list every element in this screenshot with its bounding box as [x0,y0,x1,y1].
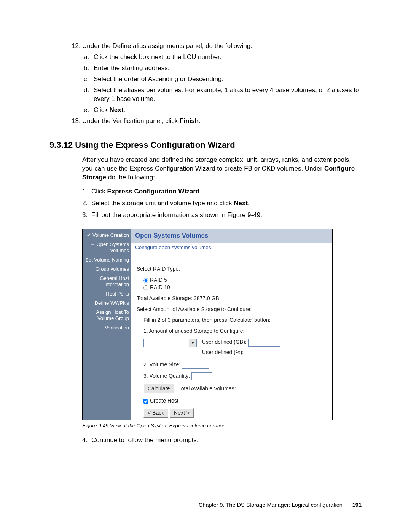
user-defined-pct-label: User defined (%): [202,349,244,355]
step-12-text: Under the Define alias assignments panel… [82,42,252,51]
volume-quantity-input[interactable] [191,372,212,380]
total-storage-label: Total Available Storage: 3877.0 GB [137,295,327,302]
figure-9-49: Volume Creation Open Systems Volumes Set… [82,229,333,420]
page-footer: Chapter 9. The DS Storage Manager: Logic… [199,502,362,509]
fill-hint-label: Fill in 2 of 3 parameters, then press 'C… [143,316,327,324]
volume-size-input[interactable] [182,361,209,369]
step-13: 13. Under the Verification panel, click … [72,117,362,126]
total-volumes-label: Total Available Volumes: [178,385,236,391]
footer-page-number: 191 [352,502,362,508]
sidebar-step-group-volumes: Group volumes [85,266,129,272]
back-button[interactable]: < Back [143,408,168,418]
step-4: 4. Continue to follow the menu prompts. [82,436,362,445]
wizard-subtitle: Configure open systems volumes. [131,242,332,253]
create-host-option[interactable]: Create Host [143,397,327,404]
user-defined-gb-label: User defined (GB): [202,339,247,345]
step-12d-text: Select the aliases per volumes. For exam… [94,86,362,104]
step-12e-text: Click Next. [94,106,125,115]
step-12a-num: a. [84,53,94,62]
raid-5-radio[interactable] [143,278,148,283]
unused-storage-select[interactable]: ▼ [143,339,197,347]
step-12b-num: b. [84,64,94,73]
param-1-label: 1. Amount of unused Storage to Configure… [143,328,327,335]
sidebar-step-volume-creation: Volume Creation [85,232,129,238]
raid-10-option[interactable]: RAID 10 [143,284,327,291]
param-2-label: 2. Volume Size: [143,361,180,367]
calculate-button[interactable]: Calculate [143,384,174,393]
select-amount-label: Select Amount of Available Storage to Co… [137,306,327,313]
step-1-text: Click Express Configuration Wizard. [91,187,201,196]
step-12: 12. Under the Define alias assignments p… [72,42,362,115]
user-defined-pct-input[interactable] [245,349,277,356]
step-12a-text: Click the check box next to the LCU numb… [94,53,221,62]
user-defined-gb-input[interactable] [248,339,280,347]
wizard-title: Open Systems Volumes [131,229,332,242]
step-13-text: Under the Verification panel, click Fini… [82,117,201,126]
step-4-text: Continue to follow the menu prompts. [91,436,199,445]
step-12b-text: Enter the starting address. [94,64,169,73]
wizard-sidebar: Volume Creation Open Systems Volumes Set… [83,229,131,420]
sidebar-step-define-wwpns: Define WWPNs [85,300,129,306]
step-12-num: 12. [72,42,82,51]
raid-10-radio[interactable] [143,285,148,290]
steps-list: 1. Click Express Configuration Wizard. 2… [82,187,362,220]
sidebar-step-assign-host: Assign Host To Volume Group [85,309,129,322]
step-2-text: Select the storage unit and volume type … [91,199,250,208]
sidebar-step-host-ports: Host Ports [85,291,129,297]
chevron-down-icon[interactable]: ▼ [189,339,196,347]
step-12e-num: e. [84,106,94,115]
intro-paragraph: After you have created and defined the s… [82,156,362,182]
sidebar-step-verification: Verification [85,325,129,331]
step-13-num: 13. [72,117,82,126]
create-host-checkbox[interactable] [143,399,148,404]
raid-type-label: Select RAID Type: [137,265,327,273]
footer-chapter: Chapter 9. The DS Storage Manager: Logic… [199,502,342,508]
figure-caption: Figure 9-49 View of the Open System Expr… [82,422,362,429]
step-12d-num: d. [84,86,94,104]
sidebar-step-open-systems-volumes: Open Systems Volumes [85,241,129,254]
section-heading: 9.3.12 Using the Express Configuration W… [49,139,362,151]
raid-5-option[interactable]: RAID 5 [143,276,327,284]
step-12c-num: c. [84,75,94,84]
step-3-text: Fill out the appropriate information as … [91,211,262,220]
step-12c-text: Select the order of Ascending or Descend… [94,75,223,84]
sidebar-step-general-host-info: General Host Information [85,275,129,288]
sidebar-step-set-volume-naming: Set Volume Naming [85,257,129,263]
next-button[interactable]: Next > [170,408,194,418]
param-3-label: 3. Volume Quantity: [143,373,190,379]
